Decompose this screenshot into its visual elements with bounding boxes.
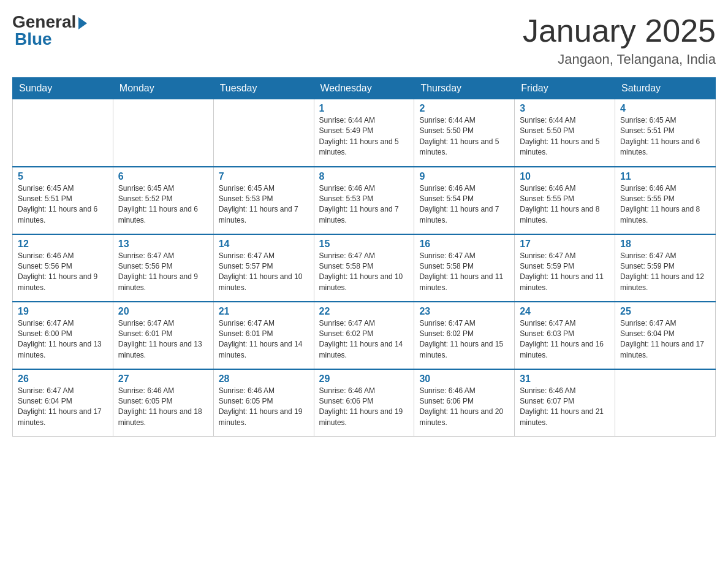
day-info: Sunrise: 6:45 AM Sunset: 5:51 PM Dayligh… — [620, 115, 710, 158]
calendar-header-tuesday: Tuesday — [213, 78, 314, 99]
calendar-header-thursday: Thursday — [414, 78, 515, 99]
calendar-cell: 13Sunrise: 6:47 AM Sunset: 5:56 PM Dayli… — [113, 234, 213, 302]
day-info: Sunrise: 6:47 AM Sunset: 6:04 PM Dayligh… — [18, 386, 108, 429]
calendar-cell: 29Sunrise: 6:46 AM Sunset: 6:06 PM Dayli… — [314, 369, 414, 437]
calendar-week-row: 1Sunrise: 6:44 AM Sunset: 5:49 PM Daylig… — [13, 99, 716, 167]
day-info: Sunrise: 6:47 AM Sunset: 6:03 PM Dayligh… — [520, 318, 610, 361]
day-number: 14 — [219, 239, 309, 250]
calendar-cell: 7Sunrise: 6:45 AM Sunset: 5:53 PM Daylig… — [213, 167, 314, 234]
calendar-cell: 14Sunrise: 6:47 AM Sunset: 5:57 PM Dayli… — [213, 234, 314, 302]
calendar-cell: 10Sunrise: 6:46 AM Sunset: 5:55 PM Dayli… — [515, 167, 615, 234]
day-info: Sunrise: 6:46 AM Sunset: 6:06 PM Dayligh… — [319, 386, 409, 429]
calendar-cell: 20Sunrise: 6:47 AM Sunset: 6:01 PM Dayli… — [113, 302, 213, 369]
calendar-header-row: SundayMondayTuesdayWednesdayThursdayFrid… — [13, 78, 716, 99]
calendar-cell: 22Sunrise: 6:47 AM Sunset: 6:02 PM Dayli… — [314, 302, 414, 369]
calendar-header-monday: Monday — [113, 78, 213, 99]
calendar-cell: 11Sunrise: 6:46 AM Sunset: 5:55 PM Dayli… — [615, 167, 716, 234]
calendar-header-wednesday: Wednesday — [314, 78, 414, 99]
calendar-week-row: 26Sunrise: 6:47 AM Sunset: 6:04 PM Dayli… — [13, 369, 716, 437]
day-info: Sunrise: 6:47 AM Sunset: 5:58 PM Dayligh… — [419, 251, 509, 294]
day-info: Sunrise: 6:47 AM Sunset: 5:56 PM Dayligh… — [118, 251, 208, 294]
day-info: Sunrise: 6:47 AM Sunset: 5:59 PM Dayligh… — [620, 251, 710, 294]
calendar-cell — [13, 99, 113, 167]
day-number: 23 — [419, 306, 509, 317]
day-number: 13 — [118, 239, 208, 250]
calendar-cell — [615, 369, 716, 437]
calendar-cell: 9Sunrise: 6:46 AM Sunset: 5:54 PM Daylig… — [414, 167, 515, 234]
day-number: 25 — [620, 306, 710, 317]
day-info: Sunrise: 6:44 AM Sunset: 5:50 PM Dayligh… — [520, 115, 610, 158]
day-number: 15 — [319, 239, 409, 250]
calendar-cell: 26Sunrise: 6:47 AM Sunset: 6:04 PM Dayli… — [13, 369, 113, 437]
day-info: Sunrise: 6:45 AM Sunset: 5:52 PM Dayligh… — [118, 183, 208, 226]
calendar-cell — [213, 99, 314, 167]
day-number: 7 — [219, 171, 309, 182]
day-number: 31 — [520, 373, 610, 385]
calendar-cell: 25Sunrise: 6:47 AM Sunset: 6:04 PM Dayli… — [615, 302, 716, 369]
day-info: Sunrise: 6:46 AM Sunset: 6:05 PM Dayligh… — [219, 386, 309, 429]
day-info: Sunrise: 6:46 AM Sunset: 5:56 PM Dayligh… — [18, 251, 108, 294]
calendar-header-saturday: Saturday — [615, 78, 716, 99]
day-number: 8 — [319, 171, 409, 182]
calendar-cell: 23Sunrise: 6:47 AM Sunset: 6:02 PM Dayli… — [414, 302, 515, 369]
day-info: Sunrise: 6:46 AM Sunset: 6:05 PM Dayligh… — [118, 386, 208, 429]
calendar-cell: 24Sunrise: 6:47 AM Sunset: 6:03 PM Dayli… — [515, 302, 615, 369]
day-info: Sunrise: 6:45 AM Sunset: 5:51 PM Dayligh… — [18, 183, 108, 226]
day-info: Sunrise: 6:46 AM Sunset: 5:54 PM Dayligh… — [419, 183, 509, 226]
day-info: Sunrise: 6:47 AM Sunset: 6:02 PM Dayligh… — [319, 318, 409, 361]
day-number: 19 — [18, 306, 108, 317]
day-info: Sunrise: 6:46 AM Sunset: 5:55 PM Dayligh… — [620, 183, 710, 226]
day-info: Sunrise: 6:44 AM Sunset: 5:49 PM Dayligh… — [319, 115, 409, 158]
day-number: 16 — [419, 239, 509, 250]
day-number: 2 — [419, 103, 509, 114]
logo-blue-text: Blue — [15, 29, 52, 49]
day-number: 28 — [219, 373, 309, 385]
day-number: 22 — [319, 306, 409, 317]
day-number: 26 — [18, 373, 108, 385]
day-number: 11 — [620, 171, 710, 182]
calendar-table: SundayMondayTuesdayWednesdayThursdayFrid… — [12, 77, 716, 437]
day-info: Sunrise: 6:46 AM Sunset: 6:06 PM Dayligh… — [419, 386, 509, 429]
day-number: 17 — [520, 239, 610, 250]
day-number: 24 — [520, 306, 610, 317]
calendar-week-row: 5Sunrise: 6:45 AM Sunset: 5:51 PM Daylig… — [13, 167, 716, 234]
day-info: Sunrise: 6:47 AM Sunset: 6:02 PM Dayligh… — [419, 318, 509, 361]
calendar-cell: 5Sunrise: 6:45 AM Sunset: 5:51 PM Daylig… — [13, 167, 113, 234]
calendar-cell: 8Sunrise: 6:46 AM Sunset: 5:53 PM Daylig… — [314, 167, 414, 234]
calendar-cell: 21Sunrise: 6:47 AM Sunset: 6:01 PM Dayli… — [213, 302, 314, 369]
calendar-cell: 18Sunrise: 6:47 AM Sunset: 5:59 PM Dayli… — [615, 234, 716, 302]
day-info: Sunrise: 6:46 AM Sunset: 6:07 PM Dayligh… — [520, 386, 610, 429]
month-title: January 2025 — [523, 12, 716, 49]
day-number: 4 — [620, 103, 710, 114]
day-number: 9 — [419, 171, 509, 182]
day-info: Sunrise: 6:46 AM Sunset: 5:55 PM Dayligh… — [520, 183, 610, 226]
day-info: Sunrise: 6:47 AM Sunset: 5:57 PM Dayligh… — [219, 251, 309, 294]
day-info: Sunrise: 6:45 AM Sunset: 5:53 PM Dayligh… — [219, 183, 309, 226]
day-info: Sunrise: 6:47 AM Sunset: 6:01 PM Dayligh… — [219, 318, 309, 361]
page-header: General Blue January 2025 Jangaon, Telan… — [12, 12, 716, 67]
calendar-header-friday: Friday — [515, 78, 615, 99]
day-number: 10 — [520, 171, 610, 182]
day-info: Sunrise: 6:47 AM Sunset: 5:58 PM Dayligh… — [319, 251, 409, 294]
calendar-cell: 16Sunrise: 6:47 AM Sunset: 5:58 PM Dayli… — [414, 234, 515, 302]
calendar-week-row: 12Sunrise: 6:46 AM Sunset: 5:56 PM Dayli… — [13, 234, 716, 302]
calendar-cell: 17Sunrise: 6:47 AM Sunset: 5:59 PM Dayli… — [515, 234, 615, 302]
calendar-cell: 31Sunrise: 6:46 AM Sunset: 6:07 PM Dayli… — [515, 369, 615, 437]
calendar-cell: 12Sunrise: 6:46 AM Sunset: 5:56 PM Dayli… — [13, 234, 113, 302]
day-info: Sunrise: 6:47 AM Sunset: 6:04 PM Dayligh… — [620, 318, 710, 361]
calendar-cell: 1Sunrise: 6:44 AM Sunset: 5:49 PM Daylig… — [314, 99, 414, 167]
calendar-week-row: 19Sunrise: 6:47 AM Sunset: 6:00 PM Dayli… — [13, 302, 716, 369]
calendar-cell: 28Sunrise: 6:46 AM Sunset: 6:05 PM Dayli… — [213, 369, 314, 437]
day-number: 21 — [219, 306, 309, 317]
day-number: 18 — [620, 239, 710, 250]
day-number: 30 — [419, 373, 509, 385]
calendar-cell: 15Sunrise: 6:47 AM Sunset: 5:58 PM Dayli… — [314, 234, 414, 302]
calendar-header-sunday: Sunday — [13, 78, 113, 99]
calendar-cell: 19Sunrise: 6:47 AM Sunset: 6:00 PM Dayli… — [13, 302, 113, 369]
calendar-cell — [113, 99, 213, 167]
day-number: 6 — [118, 171, 208, 182]
day-info: Sunrise: 6:47 AM Sunset: 6:00 PM Dayligh… — [18, 318, 108, 361]
day-info: Sunrise: 6:44 AM Sunset: 5:50 PM Dayligh… — [419, 115, 509, 158]
day-number: 20 — [118, 306, 208, 317]
day-info: Sunrise: 6:47 AM Sunset: 5:59 PM Dayligh… — [520, 251, 610, 294]
